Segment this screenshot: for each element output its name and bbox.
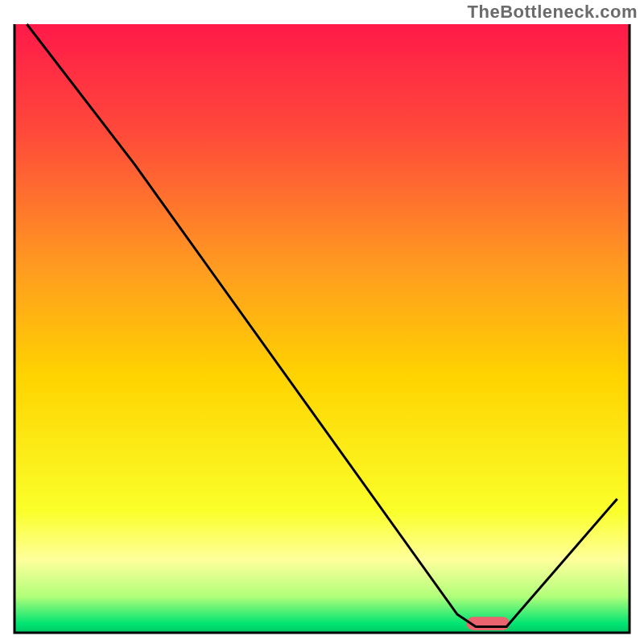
chart-container: TheBottleneck.com [0, 0, 644, 644]
chart-svg [0, 0, 644, 644]
watermark-text: TheBottleneck.com [468, 2, 638, 23]
plot-background [14, 24, 630, 633]
